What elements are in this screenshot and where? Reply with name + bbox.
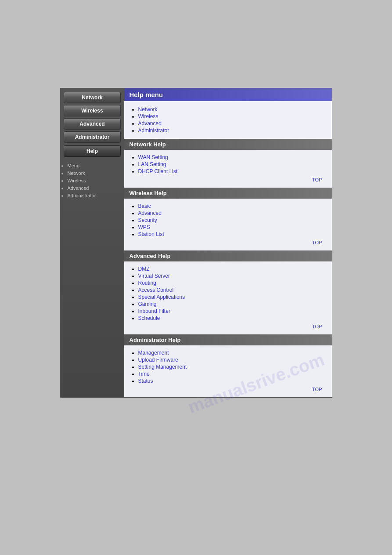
sidebar: Network Wireless Advanced Administrator … [61,88,124,397]
sidebar-help-links: Menu Network Wireless Advanced Administr… [61,159,124,199]
admin-link-firmware[interactable]: Upload Firmware [138,357,178,363]
advanced-link-dmz[interactable]: DMZ [138,266,150,272]
network-top-link[interactable]: TOP [130,175,326,184]
sidebar-link-item-administrator: Administrator [68,192,120,199]
network-help-links: WAN Setting LAN Setting DHCP Client List [138,154,326,174]
network-link-dhcp[interactable]: DHCP Client List [138,168,178,174]
advanced-link-special[interactable]: Special Applications [138,294,185,300]
sidebar-btn-network[interactable]: Network [64,92,121,103]
advanced-help-body: DMZ Virtual Server Routing Access Contro… [124,261,332,334]
network-help-section: Network Help WAN Setting LAN Setting DHC… [124,139,332,188]
list-item: LAN Setting [138,161,326,167]
wireless-help-section: Wireless Help Basic Advanced Security WP… [124,188,332,250]
intro-link-advanced[interactable]: Advanced [138,120,162,127]
admin-link-time[interactable]: Time [138,371,150,377]
wireless-link-basic[interactable]: Basic [138,203,151,209]
network-help-body: WAN Setting LAN Setting DHCP Client List… [124,150,332,188]
sidebar-help-section: Help Menu Network Wireless Advanced Admi… [61,145,124,199]
advanced-link-routing[interactable]: Routing [138,280,156,286]
intro-link-administrator[interactable]: Administrator [138,127,169,134]
list-item: Time [138,371,326,377]
wireless-link-wps[interactable]: WPS [138,224,150,230]
sidebar-link-menu[interactable]: Menu [68,163,80,168]
advanced-link-inbound[interactable]: Inbound Filter [138,308,170,314]
administrator-help-section: Administrator Help Management Upload Fir… [124,334,332,397]
list-item: DMZ [138,266,326,272]
network-link-lan[interactable]: LAN Setting [138,161,166,167]
list-item: Advanced [138,210,326,216]
admin-link-management[interactable]: Management [138,350,169,356]
administrator-top-link[interactable]: TOP [130,385,326,394]
sidebar-link-wireless[interactable]: Wireless [68,178,86,183]
sidebar-link-item-network: Network [68,170,120,176]
advanced-help-header: Advanced Help [124,250,332,261]
sidebar-link-item-wireless: Wireless [68,178,120,184]
sidebar-link-network[interactable]: Network [68,170,85,176]
sidebar-link-administrator[interactable]: Administrator [68,193,96,198]
admin-link-status[interactable]: Status [138,378,153,384]
wireless-help-header: Wireless Help [124,188,332,199]
intro-link-item-advanced: Advanced [138,120,326,127]
intro-link-wireless[interactable]: Wireless [138,113,158,120]
administrator-help-links: Management Upload Firmware Setting Manag… [138,350,326,384]
advanced-link-schedule[interactable]: Schedule [138,315,160,321]
intro-link-network[interactable]: Network [138,106,158,112]
list-item: Basic [138,203,326,209]
list-item: Gaming [138,301,326,307]
list-item: Access Control [138,287,326,293]
list-item: Schedule [138,315,326,321]
wireless-link-advanced[interactable]: Advanced [138,210,162,216]
sidebar-btn-advanced[interactable]: Advanced [64,118,121,130]
list-item: Security [138,217,326,223]
list-item: DHCP Client List [138,168,326,174]
advanced-link-access[interactable]: Access Control [138,287,174,293]
advanced-link-virtual[interactable]: Virtual Server [138,273,170,279]
intro-link-item-administrator: Administrator [138,127,326,134]
sidebar-btn-administrator[interactable]: Administrator [64,131,121,143]
page-title: Help menu [124,88,332,101]
advanced-help-section: Advanced Help DMZ Virtual Server Routing… [124,250,332,334]
sidebar-link-item-advanced: Advanced [68,185,120,191]
wireless-link-station[interactable]: Station List [138,231,164,237]
wireless-link-security[interactable]: Security [138,217,157,223]
administrator-help-header: Administrator Help [124,334,332,345]
intro-links-list: Network Wireless Advanced Administrator [138,106,326,134]
list-item: Special Applications [138,294,326,300]
administrator-help-body: Management Upload Firmware Setting Manag… [124,345,332,397]
list-item: Setting Management [138,364,326,370]
advanced-top-link[interactable]: TOP [130,322,326,331]
list-item: WAN Setting [138,154,326,160]
advanced-link-gaming[interactable]: Gaming [138,301,157,307]
list-item: Station List [138,231,326,237]
list-item: Routing [138,280,326,286]
wireless-help-body: Basic Advanced Security WPS Station List… [124,199,332,250]
wireless-help-links: Basic Advanced Security WPS Station List [138,203,326,237]
wireless-top-link[interactable]: TOP [130,238,326,247]
sidebar-link-item-menu: Menu [68,163,120,169]
network-help-header: Network Help [124,139,332,150]
list-item: WPS [138,224,326,230]
list-item: Inbound Filter [138,308,326,314]
list-item: Management [138,350,326,356]
main-content: Help menu Network Wireless Advanced Admi… [124,88,332,397]
intro-link-item-network: Network [138,106,326,112]
sidebar-link-advanced[interactable]: Advanced [68,185,89,191]
help-intro: Network Wireless Advanced Administrator [124,101,332,139]
list-item: Virtual Server [138,273,326,279]
sidebar-btn-wireless[interactable]: Wireless [64,105,121,116]
sidebar-help-btn: Help [64,145,121,157]
advanced-help-links: DMZ Virtual Server Routing Access Contro… [138,266,326,321]
intro-link-item-wireless: Wireless [138,113,326,120]
list-item: Upload Firmware [138,357,326,363]
admin-link-setting[interactable]: Setting Management [138,364,187,370]
list-item: Status [138,378,326,384]
network-link-wan[interactable]: WAN Setting [138,154,168,160]
